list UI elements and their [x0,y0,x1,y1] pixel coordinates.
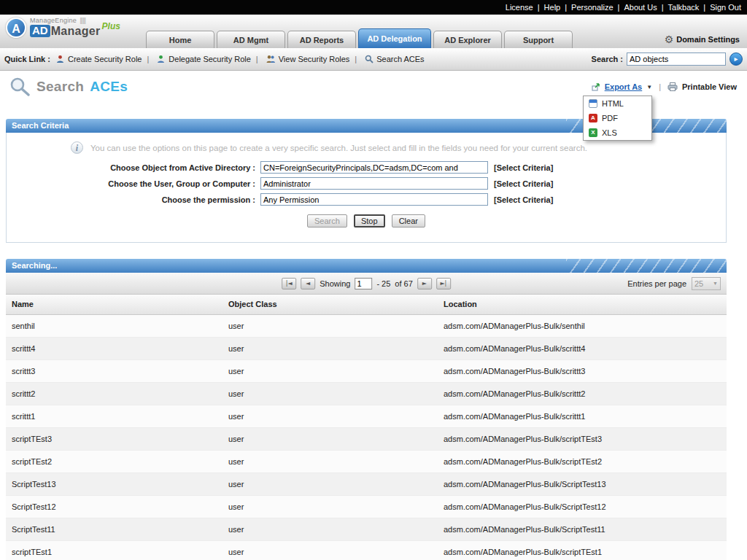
page-range-text: - 25 [376,279,390,288]
cell-name: scrittt1 [6,405,222,427]
results-table: Name Object Class Location senthiluserad… [6,295,727,560]
showing-label: Showing [320,279,350,288]
cell-object-class: user [222,314,438,337]
printer-icon [667,82,678,91]
domain-settings-button[interactable]: ⚙ Domain Settings [665,34,740,44]
tab-ad-explorer[interactable]: AD Explorer [433,31,502,48]
object-field-label: Choose Object from Active Directory : [7,163,260,172]
brand-logo: A ManageEngine AD Manager Plus [6,18,120,38]
export-as-button[interactable]: Export As [605,82,643,91]
quicklink-create-security-role-label: Create Security Role [68,55,142,63]
object-field-input[interactable] [260,161,488,174]
export-xls-label: XLS [602,128,617,137]
tab-ad-mgmt[interactable]: AD Mgmt [217,31,285,48]
first-page-button[interactable]: |◄ [282,278,296,289]
export-icon [592,82,600,91]
tab-support[interactable]: Support [504,31,573,48]
export-menu-item-xls[interactable]: X XLS [584,125,651,140]
table-row: scrittt4useradsm.com/ADManagerPlus-Bulk/… [6,337,727,359]
column-header-location[interactable]: Location [438,295,727,314]
search-go-button[interactable]: ▸ [729,52,743,66]
export-menu-item-pdf[interactable]: A PDF [584,111,651,125]
title-actions: Export As ▼ | Printable View [592,82,737,91]
quicklink-view-security-roles-label: View Security Roles [279,55,350,63]
stop-button[interactable]: Stop [354,214,385,228]
page-title-aces: ACEs [90,79,128,95]
quicklink-create-security-role[interactable]: Create Security Role [56,55,142,63]
form-row-permission: Choose the permission : [Select Criteria… [7,193,726,206]
results-panel: Searching... |◄ ◄ Showing - 25 of 67 ► ►… [6,259,727,560]
page-number-input[interactable] [355,278,372,289]
header: A ManageEngine AD Manager Plus Home AD M… [0,15,747,48]
next-page-button[interactable]: ► [417,278,432,289]
cell-object-class: user [222,495,438,518]
quicklink-search-aces[interactable]: Search ACEs [349,55,424,63]
export-menu: HTML A PDF X XLS [583,96,652,141]
gear-icon: ⚙ [665,34,674,44]
user-select-criteria-link[interactable]: [Select Criteria] [494,179,553,188]
prev-page-button[interactable]: ◄ [301,278,315,289]
criteria-buttons: Search Stop Clear [7,214,726,228]
people-icon [266,55,276,63]
permission-field-input[interactable] [260,193,488,206]
table-row: scrittt2useradsm.com/ADManagerPlus-Bulk/… [6,382,727,405]
column-header-name[interactable]: Name [6,295,222,314]
last-page-button[interactable]: ►| [436,278,451,289]
html-icon [589,99,597,108]
topbar-link-help[interactable]: Help [533,3,560,12]
search-label: Search : [592,55,623,63]
table-row: senthiluseradsm.com/ADManagerPlus-Bulk/s… [6,314,727,337]
table-row: scriptTEst1useradsm.com/ADManagerPlus-Bu… [6,540,727,560]
topbar-link-talkback[interactable]: Talkback [657,3,700,12]
export-menu-item-html[interactable]: HTML [584,96,651,111]
table-row: ScriptTest13useradsm.com/ADManagerPlus-B… [6,472,727,495]
topbar-link-license[interactable]: License [506,3,533,12]
cell-object-class: user [222,540,438,560]
search-button: Search [307,214,347,228]
topbar-link-sign-out[interactable]: Sign Out [699,3,741,12]
object-select-criteria-link[interactable]: [Select Criteria] [494,163,553,172]
user-field-input[interactable] [260,177,488,190]
pdf-icon: A [589,114,597,122]
topbar: License Help Personalize About Us Talkba… [0,0,747,15]
cell-location: adsm.com/ADManagerPlus-Bulk/scrittt3 [438,359,727,382]
cell-name: scriptTEst2 [6,450,222,472]
search-input[interactable] [627,52,726,66]
domain-settings-label: Domain Settings [676,35,740,44]
info-text: You can use the options on this page to … [90,144,587,152]
tab-ad-reports[interactable]: AD Reports [287,31,356,48]
form-row-object: Choose Object from Active Directory : [S… [7,161,726,174]
entries-per-page-select[interactable]: 25 ▼ [692,277,721,290]
quicklink-delegate-security-role[interactable]: Delegate Security Role [142,55,250,63]
topbar-link-personalize[interactable]: Personalize [560,3,613,12]
table-row: scrittt1useradsm.com/ADManagerPlus-Bulk/… [6,405,727,427]
magnifier-icon [9,77,31,96]
cell-name: scriptTEst1 [6,540,222,560]
cell-location: adsm.com/ADManagerPlus-Bulk/scrittt1 [438,405,727,427]
pagination-controls: |◄ ◄ Showing - 25 of 67 ► ►| [282,273,451,294]
cell-location: adsm.com/ADManagerPlus-Bulk/senthil [438,314,727,337]
quicklink-view-security-roles[interactable]: View Security Roles [251,55,349,63]
cell-name: ScriptTest12 [6,495,222,518]
entries-per-page-label: Entries per page [627,279,686,288]
entries-per-page-value: 25 [694,279,703,288]
person-add-icon [56,55,65,63]
cell-object-class: user [222,518,438,540]
cell-object-class: user [222,382,438,405]
total-count-text: of 67 [395,279,412,288]
export-pdf-label: PDF [602,114,618,122]
page-title-search: Search [36,79,84,95]
cell-name: senthil [6,314,222,337]
printable-view-button[interactable]: Printable View [682,82,737,91]
cell-object-class: user [222,359,438,382]
permission-select-criteria-link[interactable]: [Select Criteria] [494,195,553,204]
cell-name: scrittt3 [6,359,222,382]
clear-button[interactable]: Clear [392,214,425,228]
cell-location: adsm.com/ADManagerPlus-Bulk/scrittt2 [438,382,727,405]
tab-home[interactable]: Home [146,31,214,48]
cell-object-class: user [222,472,438,495]
tab-ad-delegation[interactable]: AD Delegation [358,28,431,48]
info-row: i You can use the options on this page t… [71,141,726,154]
topbar-link-about-us[interactable]: About Us [614,3,657,12]
column-header-object-class[interactable]: Object Class [222,295,438,314]
